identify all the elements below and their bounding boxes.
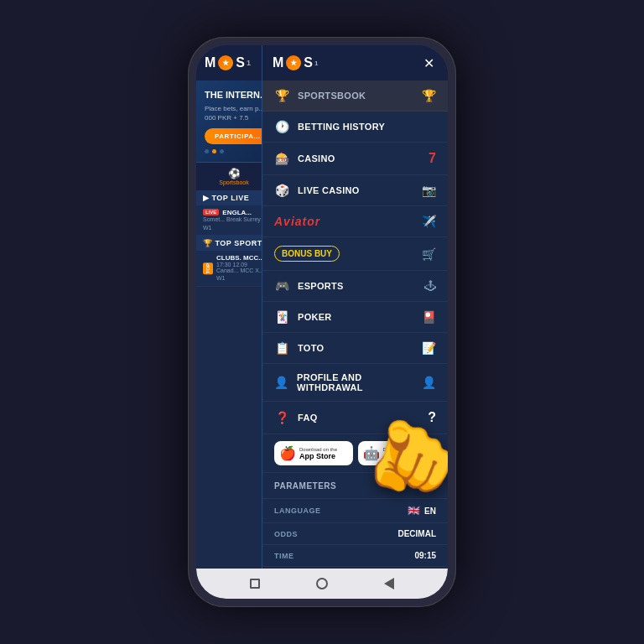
live-casino-label: LIVE CASINO [298,185,360,195]
esports-label: ESPORTS [298,281,344,291]
esports-icon: 🎮 [274,279,289,293]
dot-3 [220,149,224,153]
menu-item-esports[interactable]: 🎮 ESPORTS 🕹 [262,271,448,302]
language-label: LANGUAGE [274,506,321,515]
betting-history-label: BETTING HISTORY [298,122,385,132]
app-logo: M ★ S 1 [205,55,251,70]
time-value: 09:15 [414,551,436,560]
chevron-up-icon: ∧ [416,480,423,491]
menu-header: M ★ S 1 ✕ [262,45,448,80]
menu-item-bonus-buy[interactable]: BONUS BUY 🛒 [262,237,448,271]
bonus-buy-label: BONUS BUY [274,246,340,262]
casino-label: CASINO [298,153,335,164]
menu-logo: M ★ S 1 [273,55,318,70]
android-store-button[interactable]: 🤖 Download for Android [358,441,437,465]
live-casino-icon: 🎲 [274,184,289,197]
time-label: TIME [274,552,294,560]
phone-bottom-bar [196,569,448,599]
phone-screen: 9:16 4G 79 [196,45,448,599]
param-language[interactable]: LANGUAGE 🇬🇧 EN [262,499,448,523]
poker-label: POKER [298,312,332,322]
sportsbook-icon: 🏆 [274,89,289,102]
side-menu: M ★ S 1 ✕ 🏆 SPORTSBOOK 🏆 [262,45,448,569]
android-name: Android [383,452,413,460]
android-icon: 🤖 [363,445,380,461]
menu-logo-s: S [304,55,313,70]
sportsbook-label: SPORTSBOOK [298,91,366,101]
match-teams-1: ENGLA... [222,209,252,216]
live-casino-right-icon: 📷 [422,184,436,197]
menu-items-container: 🏆 SPORTSBOOK 🏆 🕐 BETTING HISTORY [262,80,448,569]
close-button[interactable]: ✕ [419,54,438,72]
screen-content: 9:16 4G 79 [196,45,448,569]
menu-item-toto[interactable]: 📋 TOTO 📝 [262,333,448,364]
menu-item-casino[interactable]: 🎰 CASINO 7 [262,143,448,175]
menu-item-betting-history[interactable]: 🕐 BETTING HISTORY [262,112,448,143]
aviator-label: Aviator [274,215,320,228]
top-badge: TOP [203,262,213,274]
match-game-2: W1 [216,275,226,283]
app-store-button[interactable]: 🍎 Download on the App Store [274,441,353,465]
profile-icon: 👤 [274,376,288,389]
parameters-title: PARAMETERS [274,481,336,491]
live-badge: LIVE [203,209,219,216]
odds-label: ODDS [274,530,298,538]
casino-icon: 🎰 [274,152,289,165]
faq-right-icon: ? [428,410,436,425]
triangle-icon [384,578,394,589]
logo-s: S [236,55,245,70]
poker-icon: 🃏 [274,310,289,324]
menu-item-sportsbook[interactable]: 🏆 SPORTSBOOK 🏆 [262,80,448,112]
bonus-buy-icon: 🛒 [422,247,436,261]
menu-item-profile[interactable]: 👤 PROFILE AND WITHDRAWAL 👤 [262,364,448,402]
esports-right-icon: 🕹 [424,279,436,293]
apple-icon: 🍎 [279,445,296,461]
menu-logo-circle: ★ [286,55,301,70]
menu-item-live-casino[interactable]: 🎲 LIVE CASINO 📷 [262,175,448,206]
betting-history-icon: 🕐 [274,120,289,133]
nav-sportsbook-icon: ⚽ [196,168,272,179]
parameters-header[interactable]: PARAMETERS ∧ ⚙ [262,473,448,499]
menu-item-aviator[interactable]: Aviator ✈️ [262,206,448,237]
settings-icon: ⚙ [427,480,436,491]
phone-device: 9:16 4G 79 [188,37,456,607]
faq-label: FAQ [298,413,318,423]
match-game-1: W1 [203,225,212,231]
profile-right-icon: 👤 [422,376,436,389]
recents-button[interactable] [382,576,397,591]
param-time[interactable]: TIME 09:15 [262,545,448,567]
parameters-toggle[interactable]: ∧ ⚙ [416,480,436,491]
menu-item-poker[interactable]: 🃏 POKER 🎴 [262,302,448,333]
faq-icon: ❓ [274,411,289,424]
store-buttons: 🍎 Download on the App Store 🤖 Download f… [262,434,448,473]
toto-label: TOTO [298,343,324,353]
circle-icon [316,578,328,589]
sportsbook-right-icon: 🏆 [422,89,436,102]
home-button[interactable] [314,576,330,591]
toto-icon: 📋 [274,341,289,355]
logo-m: M [205,55,216,70]
logo-circle: ★ [218,55,233,70]
param-odds[interactable]: ODDS DECIMAL [262,523,448,545]
app-store-name: App Store [299,452,337,460]
language-value: 🇬🇧 EN [408,505,436,517]
nav-sportsbook[interactable]: ⚽ Sportsbook [196,166,272,187]
language-text: EN [424,506,436,516]
odds-value: DECIMAL [397,529,436,538]
aviator-plane-icon: ✈️ [422,215,436,228]
casino-right-icon: 7 [428,151,436,166]
back-button[interactable] [247,576,262,591]
logo-superscript: 1 [247,59,251,67]
dot-2 [212,149,216,153]
toto-right-icon: 📝 [422,341,436,355]
profile-label: PROFILE AND WITHDRAWAL [297,372,422,392]
menu-item-faq[interactable]: ❓ FAQ ? [262,402,448,434]
nav-sportsbook-label: Sportsbook [219,179,248,185]
square-icon [250,579,260,589]
poker-right-icon: 🎴 [422,310,436,324]
menu-logo-sup: 1 [314,60,318,67]
participate-button[interactable]: PARTICIPA... [205,128,271,144]
flag-uk-icon: 🇬🇧 [408,505,420,517]
menu-logo-m: M [273,55,283,70]
dot-1 [205,149,209,153]
